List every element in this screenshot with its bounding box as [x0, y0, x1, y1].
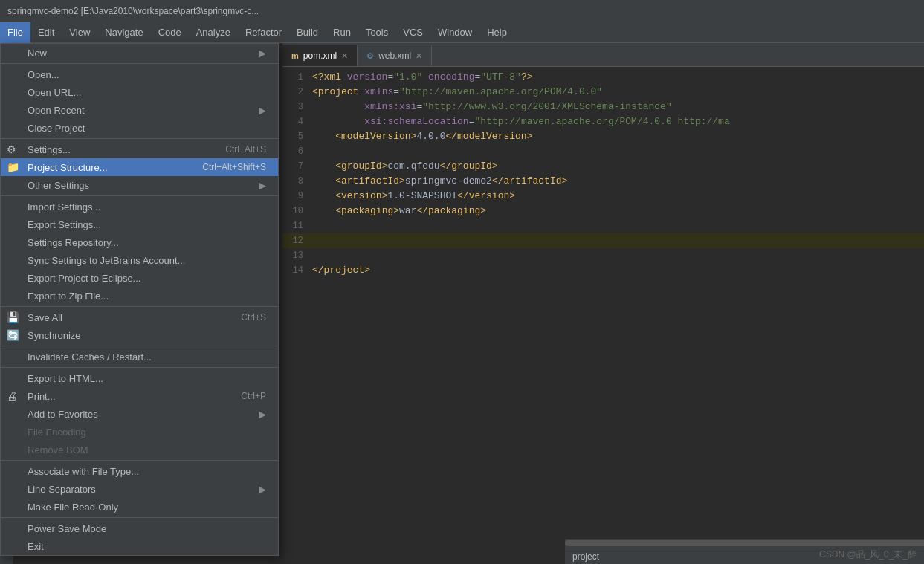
print-icon: 🖨 [7, 390, 17, 402]
code-line-2: 2 <project xmlns="http://maven.apache.or… [282, 85, 924, 100]
line-num-12: 12 [282, 233, 312, 248]
menu-file[interactable]: File [0, 22, 30, 43]
menu-build[interactable]: Build [289, 22, 326, 43]
menu-exit[interactable]: Exit [1, 537, 278, 555]
tab-web-xml[interactable]: ⚙ web.xml ✕ [358, 45, 432, 66]
line-content-4: xsi:schemaLocation="http://maven.apache.… [312, 114, 924, 129]
menu-open-recent-label: Open Recent [28, 105, 251, 116]
menu-line-separators-label: Line Separators [28, 484, 251, 495]
web-close-icon[interactable]: ✕ [416, 51, 422, 61]
line-content-8: <artifactId>springmvc-demo2</artifactId> [312, 174, 924, 189]
menu-sync-settings[interactable]: Sync Settings to JetBrains Account... [1, 251, 278, 269]
code-line-11: 11 [282, 218, 924, 233]
line-num-3: 3 [282, 100, 312, 114]
code-line-6: 6 [282, 144, 924, 159]
line-content-5: <modelVersion>4.0.0</modelVersion> [312, 129, 924, 144]
menu-associate-file-type-label: Associate with File Type... [28, 466, 266, 477]
menu-settings-shortcut: Ctrl+Alt+S [225, 144, 266, 155]
menu-remove-bom: Remove BOM [1, 441, 278, 458]
title-bar: springmvc-demo2 [E:\Java2010\workspace\p… [0, 0, 924, 22]
menu-export-zip[interactable]: Export to Zip File... [1, 287, 278, 305]
menu-line-separators[interactable]: Line Separators ▶ [1, 480, 278, 498]
tab-pom-xml[interactable]: m pom.xml ✕ [282, 45, 358, 66]
menu-code[interactable]: Code [151, 22, 189, 43]
menu-save-all[interactable]: 💾 Save All Ctrl+S [1, 308, 278, 326]
line-num-2: 2 [282, 85, 312, 100]
menu-vcs[interactable]: VCS [395, 22, 430, 43]
divider-6 [1, 367, 278, 368]
menu-navigate[interactable]: Navigate [97, 22, 150, 43]
menu-tools[interactable]: Tools [358, 22, 395, 43]
menu-bar: File Edit View Navigate Code Analyze Ref… [0, 22, 924, 43]
menu-export-settings[interactable]: Export Settings... [1, 215, 278, 233]
menu-export-zip-label: Export to Zip File... [28, 291, 266, 302]
menu-power-save[interactable]: Power Save Mode [1, 519, 278, 537]
menu-other-settings[interactable]: Other Settings ▶ [1, 176, 278, 194]
menu-invalidate-caches-label: Invalidate Caches / Restart... [28, 351, 266, 363]
code-line-12: 12 [282, 233, 924, 248]
menu-other-settings-arrow: ▶ [259, 180, 266, 191]
menu-export-html[interactable]: Export to HTML... [1, 369, 278, 387]
line-content-14: </project> [312, 263, 924, 278]
line-num-10: 10 [282, 204, 312, 218]
menu-add-favorites[interactable]: Add to Favorites ▶ [1, 405, 278, 423]
menu-import-settings[interactable]: Import Settings... [1, 198, 278, 215]
menu-open-recent[interactable]: Open Recent ▶ [1, 101, 278, 119]
menu-line-separators-arrow: ▶ [259, 484, 266, 495]
title-text: springmvc-demo2 [E:\Java2010\workspace\p… [7, 6, 259, 16]
menu-open-url-label: Open URL... [28, 87, 266, 98]
menu-help[interactable]: Help [479, 22, 514, 43]
divider-7 [1, 460, 278, 461]
code-editor[interactable]: 1 <?xml version="1.0" encoding="UTF-8"?>… [282, 67, 924, 281]
menu-new-label: New [28, 48, 251, 59]
menu-edit[interactable]: Edit [30, 22, 62, 43]
code-line-7: 7 <groupId>com.qfedu</groupId> [282, 159, 924, 174]
menu-other-settings-label: Other Settings [28, 180, 251, 191]
scroll-thumb[interactable] [565, 540, 924, 546]
menu-analyze[interactable]: Analyze [189, 22, 238, 43]
pom-xml-icon: m [291, 51, 299, 60]
menu-make-read-only[interactable]: Make File Read-Only [1, 498, 278, 516]
menu-print-shortcut: Ctrl+P [241, 391, 266, 401]
menu-invalidate-caches[interactable]: Invalidate Caches / Restart... [1, 348, 278, 366]
menu-open-url[interactable]: Open URL... [1, 83, 278, 101]
menu-synchronize[interactable]: 🔄 Synchronize [1, 326, 278, 344]
menu-view[interactable]: View [62, 22, 97, 43]
pom-close-icon[interactable]: ✕ [341, 51, 348, 61]
menu-settings-repository[interactable]: Settings Repository... [1, 233, 278, 251]
divider-8 [1, 517, 278, 518]
menu-save-all-label: Save All [28, 312, 226, 323]
line-num-11: 11 [282, 218, 312, 233]
menu-close-project-label: Close Project [28, 123, 266, 134]
menu-file-encoding-label: File Encoding [28, 427, 266, 438]
divider-3 [1, 195, 278, 196]
horizontal-scrollbar[interactable] [565, 539, 924, 548]
watermark: CSDN @品_风_0_未_醉 [819, 548, 917, 561]
divider-4 [1, 306, 278, 307]
line-content-10: <packaging>war</packaging> [312, 204, 924, 218]
menu-window[interactable]: Window [430, 22, 479, 43]
menu-print[interactable]: 🖨 Print... Ctrl+P [1, 387, 278, 405]
line-num-14: 14 [282, 263, 312, 278]
menu-project-structure-shortcut: Ctrl+Alt+Shift+S [202, 162, 266, 172]
menu-close-project[interactable]: Close Project [1, 119, 278, 137]
menu-synchronize-label: Synchronize [28, 330, 266, 341]
menu-run[interactable]: Run [326, 22, 358, 43]
menu-associate-file-type[interactable]: Associate with File Type... [1, 462, 278, 480]
line-content-2: <project xmlns="http://maven.apache.org/… [312, 85, 924, 100]
menu-new[interactable]: New ▶ [1, 44, 278, 62]
menu-add-favorites-label: Add to Favorites [28, 409, 251, 420]
menu-open[interactable]: Open... [1, 65, 278, 83]
line-num-9: 9 [282, 189, 312, 204]
divider-2 [1, 138, 278, 139]
menu-settings[interactable]: ⚙ Settings... Ctrl+Alt+S [1, 140, 278, 158]
line-num-13: 13 [282, 248, 312, 263]
line-num-7: 7 [282, 159, 312, 174]
code-line-10: 10 <packaging>war</packaging> [282, 204, 924, 218]
code-line-3: 3 xmlns:xsi="http://www.w3.org/2001/XMLS… [282, 100, 924, 114]
breadcrumb: project [572, 551, 599, 562]
menu-refactor[interactable]: Refactor [238, 22, 289, 43]
menu-export-eclipse[interactable]: Export Project to Eclipse... [1, 269, 278, 287]
synchronize-icon: 🔄 [7, 329, 19, 341]
menu-project-structure[interactable]: 📁 Project Structure... Ctrl+Alt+Shift+S [1, 158, 278, 176]
